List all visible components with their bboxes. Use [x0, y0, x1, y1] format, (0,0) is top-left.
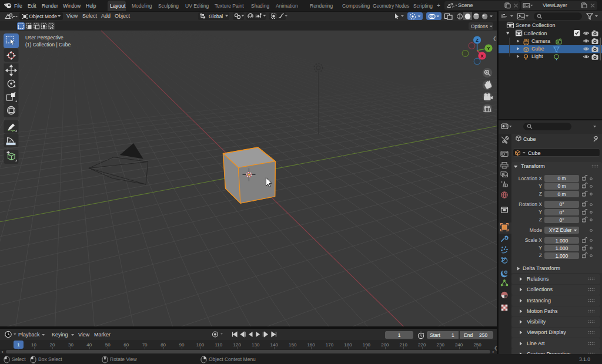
- svg-text:Z: Z: [476, 38, 479, 43]
- svg-text:Y: Y: [487, 46, 490, 51]
- svg-text:X: X: [480, 53, 484, 59]
